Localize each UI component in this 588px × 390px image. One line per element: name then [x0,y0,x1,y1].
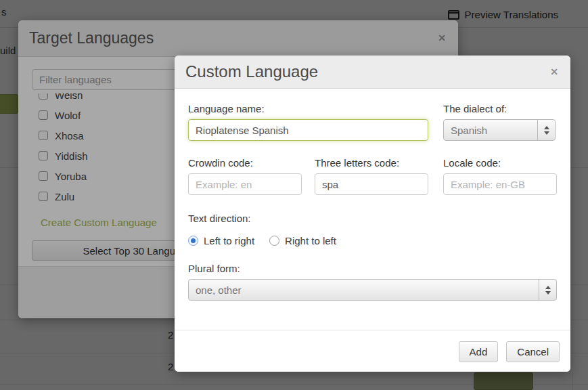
crowdin-code-input[interactable] [188,173,302,195]
radio-ltr-label: Left to right [204,235,254,246]
text-direction-options: Left to right Right to left [188,235,459,246]
language-name-input[interactable] [188,119,428,141]
three-letters-label: Three letters code: [315,157,428,169]
three-letters-group: Three letters code: [315,157,428,195]
language-name-label: Language name: [188,103,428,114]
plural-form-group: Plural form: one, other [188,263,557,301]
select-stepper-icon [539,280,556,300]
custom-language-modal: Custom Language ✕ Language name: The dia… [175,56,570,372]
plural-form-label: Plural form: [188,263,557,274]
crowdin-code-label: Crowdin code: [188,157,302,169]
close-icon[interactable]: ✕ [550,67,558,77]
three-letters-input[interactable] [315,173,428,195]
text-direction-group: Text direction: Left to right Right to l… [188,213,459,246]
custom-language-title: Custom Language [185,62,318,81]
locale-code-label: Locale code: [443,157,557,169]
radio-right-to-left[interactable]: Right to left [269,235,336,246]
radio-rtl-label: Right to left [285,235,336,246]
select-stepper-icon [537,120,555,140]
dialect-group: The dialect of: Spanish [443,103,556,141]
add-button[interactable]: Add [459,341,499,362]
plural-form-select[interactable]: one, other [188,279,557,301]
dialect-select[interactable]: Spanish [443,119,556,141]
plural-form-selected-value: one, other [196,284,242,296]
locale-code-group: Locale code: [443,157,557,195]
text-direction-label: Text direction: [188,213,459,224]
crowdin-code-group: Crowdin code: [188,157,302,195]
radio-unselected-icon[interactable] [269,236,279,246]
cancel-button[interactable]: Cancel [506,341,560,362]
dialect-label: The dialect of: [443,103,556,114]
locale-code-input[interactable] [443,173,557,195]
language-name-group: Language name: [188,103,428,141]
radio-selected-icon[interactable] [188,236,198,246]
custom-language-footer: Add Cancel [175,330,570,372]
custom-language-header: Custom Language ✕ [175,56,570,89]
screen: s Preview Translations uild 2 2 Target L… [0,0,588,390]
dialect-selected-value: Spanish [451,125,487,136]
radio-left-to-right[interactable]: Left to right [188,235,254,246]
